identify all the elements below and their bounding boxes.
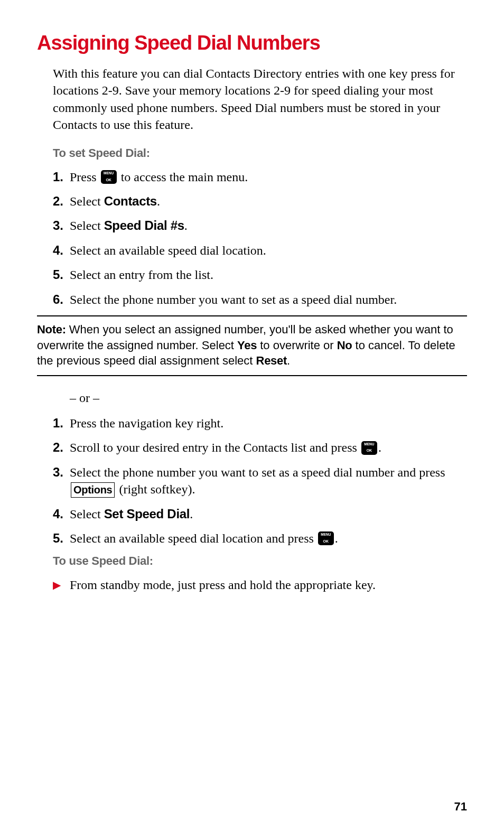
note-box: Note: When you select an assigned number… [37,315,467,376]
step-number: 3. [53,217,70,234]
triangle-bullet-icon: ▶ [53,576,70,593]
text-fragment: Select an available speed dial location … [70,531,317,545]
bold-yes: Yes [237,339,257,352]
menu-ok-icon [318,531,334,545]
menu-ok-icon [101,170,117,184]
step-2: 2. Select Contacts. [53,193,467,210]
note-text: . [287,354,290,367]
text-fragment: Press [70,170,100,184]
bold-set-speed-dial: Set Speed Dial [104,507,190,521]
step-5: 5. Select an entry from the list. [53,266,467,283]
text-fragment: Select [70,194,104,208]
step-text: Press to access the main menu. [70,169,467,185]
step-text: Select Contacts. [70,193,467,210]
step-text: Select an entry from the list. [70,266,467,283]
step-number: 3. [53,464,70,498]
bold-contacts: Contacts [104,194,157,208]
page-heading: Assigning Speed Dial Numbers [37,32,467,54]
text-fragment: . [335,531,338,545]
bold-reset: Reset [256,354,287,367]
step-1: 1. Press to access the main menu. [53,169,467,185]
bold-no: No [337,339,352,352]
step-number: 5. [53,266,70,283]
step-6: 6. Select the phone number you want to s… [53,291,467,308]
step-number: 5. [53,530,70,547]
intro-paragraph: With this feature you can dial Contacts … [53,65,467,134]
text-fragment: Scroll to your desired entry in the Cont… [70,441,360,454]
text-fragment: Select [70,507,104,521]
bullet-item: ▶ From standby mode, just press and hold… [53,576,467,593]
step-number: 1. [53,415,70,432]
step-text: Select Set Speed Dial. [70,506,467,522]
bullet-list: ▶ From standby mode, just press and hold… [53,576,467,593]
step-text: Select the phone number you want to set … [70,291,467,308]
step-text: Press the navigation key right. [70,415,467,432]
step-number: 6. [53,291,70,308]
steps-list-2: 1. Press the navigation key right. 2. Sc… [53,415,467,547]
step-3: 3. Select the phone number you want to s… [53,464,467,498]
note-label: Note: [37,323,66,336]
page-number: 71 [454,800,467,814]
step-number: 4. [53,506,70,522]
subheading-use: To use Speed Dial: [53,554,467,568]
menu-ok-icon [361,441,377,455]
text-fragment: . [157,194,160,208]
step-number: 2. [53,439,70,456]
text-fragment: to access the main menu. [118,170,248,184]
step-3: 3. Select Speed Dial #s. [53,217,467,234]
step-1: 1. Press the navigation key right. [53,415,467,432]
options-softkey-box: Options [71,482,115,498]
steps-list-1: 1. Press to access the main menu. 2. Sel… [53,169,467,308]
or-separator: – or – [70,391,467,405]
text-fragment: . [378,441,381,454]
step-4: 4. Select an available speed dial locati… [53,242,467,259]
note-text: to overwrite or [257,339,337,352]
step-2: 2. Scroll to your desired entry in the C… [53,439,467,456]
step-number: 4. [53,242,70,259]
step-text: Select Speed Dial #s. [70,217,467,234]
bold-speed-dial-nums: Speed Dial #s [104,218,184,232]
step-text: Scroll to your desired entry in the Cont… [70,439,467,456]
step-text: Select an available speed dial location … [70,530,467,547]
text-fragment: Select the phone number you want to set … [70,465,445,479]
subheading-set: To set Speed Dial: [53,146,467,160]
text-fragment: (right softkey). [116,482,195,496]
text-fragment: . [184,219,188,232]
step-5: 5. Select an available speed dial locati… [53,530,467,547]
step-text: Select an available speed dial location. [70,242,467,259]
step-number: 1. [53,169,70,185]
text-fragment: Select [70,219,104,232]
page-content: With this feature you can dial Contacts … [37,65,467,594]
text-fragment: . [190,507,193,521]
step-number: 2. [53,193,70,210]
step-4: 4. Select Set Speed Dial. [53,506,467,522]
bullet-text: From standby mode, just press and hold t… [70,576,467,593]
step-text: Select the phone number you want to set … [70,464,467,498]
